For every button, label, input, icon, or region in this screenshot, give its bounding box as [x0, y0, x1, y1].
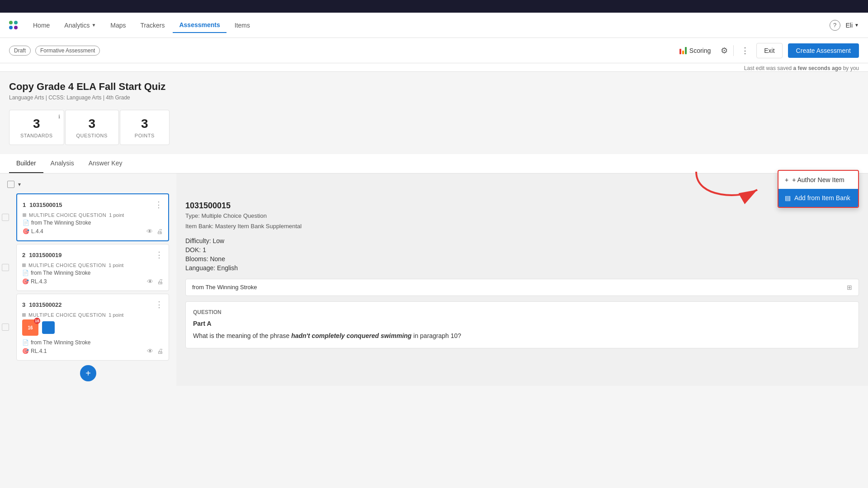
question-2-source-icon: 📄	[22, 270, 29, 276]
item-meta: Type: Multiple Choice Question Item Bank…	[185, 211, 302, 232]
question-1-standard-row: 🎯 L.4.4 👁 🖨	[23, 228, 163, 235]
item-source-text: from The Winning Stroke	[192, 284, 257, 291]
add-from-bank-option[interactable]: ▤ Add from Item Bank	[778, 189, 858, 207]
question-2-source: from The Winning Stroke	[31, 270, 91, 276]
question-card-1[interactable]: 1 1031500015 ⋮ MULTIPLE CHOICE QUESTION …	[16, 193, 169, 241]
question-3-more-icon[interactable]: ⋮	[155, 300, 163, 310]
question-2-points: 1 point	[108, 263, 123, 268]
question-1-checkbox[interactable]	[2, 214, 9, 221]
bar-green	[685, 47, 687, 54]
item-type-value: Multiple Choice Question	[201, 212, 267, 219]
help-icon[interactable]: ?	[830, 20, 840, 31]
question-card-3[interactable]: 3 1031500022 ⋮ MULTIPLE CHOICE QUESTION …	[16, 294, 169, 361]
main-content: ▾ 1 1031500015 ⋮ MULTIPLE CHOICE QUESTIO…	[0, 174, 868, 386]
question-1-id-row: 1 1031500015	[23, 202, 62, 208]
question-row-2: 2 1031500019 ⋮ MULTIPLE CHOICE QUESTION …	[0, 244, 176, 291]
exit-button[interactable]: Exit	[756, 43, 782, 58]
user-chevron-icon: ▼	[854, 23, 859, 28]
toolbar: Draft Formative Assessment Scoring ⚙ ⋮ E…	[0, 38, 868, 63]
question-3-type-row: MULTIPLE CHOICE QUESTION 1 point	[22, 312, 163, 318]
question-text: What is the meaning of the phrase hadn't…	[193, 331, 851, 341]
standards-count: 3	[20, 117, 53, 131]
item-type-row: Type: Multiple Choice Question	[185, 211, 302, 221]
expand-icon[interactable]: ▾	[18, 181, 21, 188]
more-options-icon[interactable]: ⋮	[739, 44, 751, 57]
question-2-id: 1031500019	[29, 252, 61, 258]
dok-row: DOK: 1	[185, 246, 859, 253]
scoring-chart-icon	[679, 47, 687, 54]
user-menu[interactable]: Eli ▼	[846, 22, 859, 29]
toolbar-right: Scoring ⚙ ⋮ Exit Create Assessment	[675, 43, 859, 58]
question-3-standard-row: 🎯 RL.4.1 👁 🖨	[22, 347, 163, 355]
nav-home[interactable]: Home	[27, 18, 56, 33]
question-2-more-icon[interactable]: ⋮	[155, 250, 163, 260]
app-logo	[9, 21, 18, 29]
dok-value: 1	[203, 246, 206, 253]
nav-items: Home Analytics ▼ Maps Trackers Assessmen…	[27, 18, 830, 33]
question-3-preview-icon[interactable]: 👁	[147, 347, 153, 355]
tab-analysis[interactable]: Analysis	[43, 154, 81, 173]
question-1-source-row: 📄 from The Winning Stroke	[23, 220, 163, 226]
question-2-print-icon[interactable]: 🖨	[157, 278, 163, 285]
question-3-print-icon[interactable]: 🖨	[157, 347, 163, 355]
points-count: 3	[131, 117, 158, 131]
question-2-preview-icon[interactable]: 👁	[147, 278, 153, 285]
author-new-label: + Author New Item	[792, 176, 844, 183]
tab-builder[interactable]: Builder	[9, 154, 43, 173]
settings-icon[interactable]: ⚙	[721, 46, 728, 56]
question-1-type-row: MULTIPLE CHOICE QUESTION 1 point	[23, 212, 163, 218]
question-3-id: 1031500022	[29, 301, 61, 308]
author-new-plus-icon: +	[785, 176, 788, 183]
standards-info-icon[interactable]: ℹ	[58, 114, 60, 120]
formative-tag[interactable]: Formative Assessment	[35, 46, 100, 56]
add-question-area: +	[0, 365, 176, 381]
question-3-std-icon: 🎯	[22, 348, 29, 354]
nav-items-link[interactable]: Items	[228, 18, 256, 33]
question-2-type: MULTIPLE CHOICE QUESTION	[28, 263, 106, 268]
draft-tag[interactable]: Draft	[9, 46, 31, 56]
question-3-number: 3	[22, 301, 25, 308]
question-1-more-icon[interactable]: ⋮	[155, 200, 163, 210]
add-item-dropdown: + + Author New Item ▤ Add from Item Bank	[778, 170, 859, 208]
nav-analytics[interactable]: Analytics ▼	[58, 18, 102, 33]
question-3-actions: 👁 🖨	[147, 347, 163, 355]
nav-maps[interactable]: Maps	[104, 18, 132, 33]
question-3-checkbox[interactable]	[2, 324, 9, 331]
standards-label: STANDARDS	[20, 133, 53, 138]
right-panel: + + Add Item ▲ 1031500015 Type: Multiple…	[176, 174, 868, 386]
badge-count: 16	[34, 318, 40, 324]
autosave-suffix: by you	[843, 65, 859, 71]
select-all-checkbox[interactable]	[7, 181, 14, 188]
create-assessment-button[interactable]: Create Assessment	[788, 43, 859, 58]
add-question-button[interactable]: +	[80, 365, 96, 381]
question-2-id-row: 2 1031500019	[22, 252, 62, 258]
question-3-badges: 16 16	[22, 319, 163, 336]
select-bar: ▾	[0, 178, 176, 191]
difficulty-label: Difficulty:	[185, 237, 211, 244]
nav-assessments[interactable]: Assessments	[173, 18, 226, 33]
question-2-header: 2 1031500019 ⋮	[22, 250, 163, 260]
author-new-item-option[interactable]: + + Author New Item	[778, 171, 858, 189]
question-card-2[interactable]: 2 1031500019 ⋮ MULTIPLE CHOICE QUESTION …	[16, 244, 169, 291]
logo-dot-2	[14, 21, 18, 24]
difficulty-value: Low	[212, 237, 224, 244]
add-item-dropdown-container: + + Author New Item ▤ Add from Item Bank	[778, 168, 863, 208]
question-1-print-icon[interactable]: 🖨	[156, 228, 163, 235]
tab-answer-key[interactable]: Answer Key	[81, 154, 130, 173]
item-source-expand-icon[interactable]: ⊞	[847, 284, 852, 291]
question-1-id: 1031500015	[29, 202, 62, 208]
part-a-label: Part A	[193, 320, 851, 327]
question-2-number: 2	[22, 252, 25, 258]
nav-trackers[interactable]: Trackers	[134, 18, 171, 33]
item-source-box: from The Winning Stroke ⊞	[185, 279, 859, 296]
question-text-pre: What is the meaning of the phrase	[193, 332, 291, 339]
analytics-chevron-icon: ▼	[91, 23, 96, 28]
question-section: Question Part A What is the meaning of t…	[185, 301, 859, 348]
logo-dot-1	[9, 21, 13, 24]
question-1-preview-icon[interactable]: 👁	[146, 228, 153, 235]
question-1-actions: 👁 🖨	[146, 228, 163, 235]
questions-count: 3	[76, 117, 108, 131]
question-2-checkbox[interactable]	[2, 264, 9, 271]
tabs-row: Builder Analysis Answer Key	[0, 154, 868, 174]
scoring-button[interactable]: Scoring	[675, 44, 715, 57]
